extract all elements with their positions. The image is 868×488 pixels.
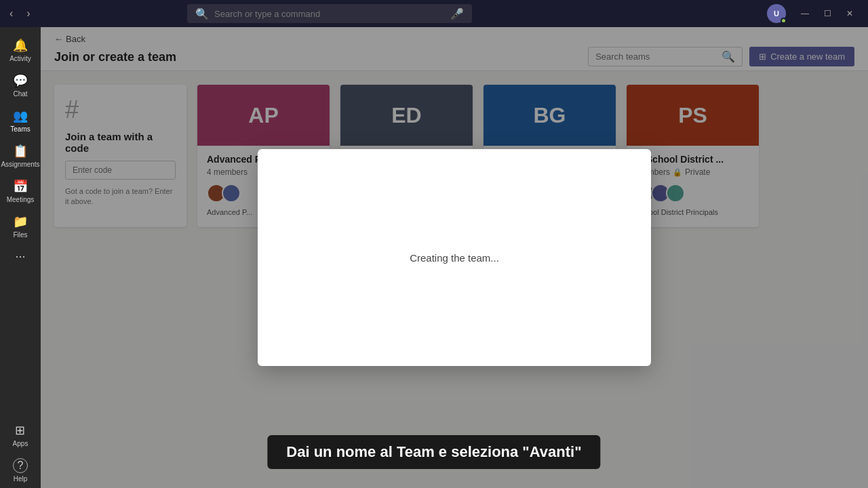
sidebar-label-assignments: Assignments <box>1 161 39 168</box>
search-input[interactable] <box>214 9 445 19</box>
sidebar-item-apps[interactable]: ⊞ Apps <box>13 418 28 453</box>
teams-icon: 👥 <box>13 108 28 123</box>
sidebar-item-activity[interactable]: 🔔 Activity <box>0 33 41 68</box>
apps-icon: ⊞ <box>15 423 25 438</box>
mic-icon[interactable]: 🎤 <box>450 7 464 20</box>
activity-icon: 🔔 <box>13 38 28 53</box>
back-nav-button[interactable]: ‹ <box>5 5 17 22</box>
sidebar-label-apps: Apps <box>13 440 28 447</box>
global-search-bar[interactable]: 🔍 🎤 <box>187 4 472 23</box>
sidebar-item-chat[interactable]: 💬 Chat <box>0 68 41 103</box>
sidebar-bottom: ⊞ Apps ? Help <box>13 418 28 488</box>
close-button[interactable]: ✕ <box>840 6 860 21</box>
sidebar-label-activity: Activity <box>9 55 31 62</box>
sidebar-item-more[interactable]: ··· <box>0 244 41 269</box>
sidebar-label-teams: Teams <box>10 125 30 133</box>
assignments-icon: 📋 <box>13 144 28 159</box>
title-bar: ‹ › 🔍 🎤 U — ☐ ✕ <box>0 0 868 27</box>
sidebar-label-meetings: Meetings <box>7 196 35 203</box>
sidebar-item-assignments[interactable]: 📋 Assignments <box>0 138 41 174</box>
creating-team-text: Creating the team... <box>410 252 499 264</box>
forward-nav-button[interactable]: › <box>22 5 34 22</box>
nav-buttons: ‹ › <box>0 5 40 22</box>
search-icon: 🔍 <box>195 7 209 20</box>
files-icon: 📁 <box>13 214 28 229</box>
sidebar-label-help: Help <box>14 475 28 483</box>
status-indicator <box>781 18 787 24</box>
sidebar-item-meetings[interactable]: 📅 Meetings <box>0 174 41 209</box>
modal-overlay: Creating the team... <box>41 27 868 488</box>
meetings-icon: 📅 <box>13 179 28 194</box>
caption-bar: Dai un nome al Team e seleziona "Avanti" <box>267 435 600 469</box>
avatar[interactable]: U <box>767 4 786 23</box>
caption-text: Dai un nome al Team e seleziona "Avanti" <box>286 443 581 460</box>
creating-team-modal: Creating the team... <box>258 149 651 366</box>
window-controls: — ☐ ✕ <box>794 6 860 21</box>
sidebar-item-help[interactable]: ? Help <box>13 453 28 488</box>
sidebar-label-chat: Chat <box>13 90 27 98</box>
sidebar-label-files: Files <box>13 231 27 239</box>
minimize-button[interactable]: — <box>794 6 816 21</box>
sidebar: 🔔 Activity 💬 Chat 👥 Teams 📋 Assignments … <box>0 27 41 488</box>
sidebar-item-files[interactable]: 📁 Files <box>0 209 41 244</box>
more-icon: ··· <box>15 249 25 264</box>
maximize-button[interactable]: ☐ <box>817 6 838 21</box>
chat-icon: 💬 <box>13 73 28 88</box>
help-icon: ? <box>13 458 28 473</box>
main-content: ← Back Join or create a team 🔍 ⊞ Create … <box>41 27 868 488</box>
titlebar-right: U — ☐ ✕ <box>767 4 868 23</box>
sidebar-item-teams[interactable]: 👥 Teams <box>0 103 41 138</box>
